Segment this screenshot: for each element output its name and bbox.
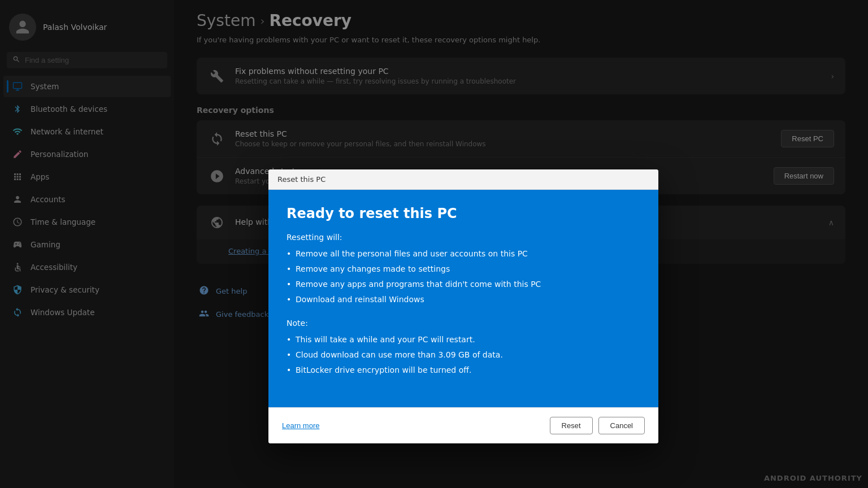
list-item: Download and reinstall Windows <box>287 292 640 307</box>
dialog-buttons: Reset Cancel <box>550 417 645 434</box>
dialog-main-title: Ready to reset this PC <box>287 206 640 221</box>
note-label: Note: <box>287 319 640 328</box>
list-item: This will take a while and your PC will … <box>287 332 640 347</box>
dialog-cancel-button[interactable]: Cancel <box>598 417 645 434</box>
list-item: Remove any changes made to settings <box>287 262 640 277</box>
reset-dialog: Reset this PC Ready to reset this PC Res… <box>268 169 658 443</box>
list-item: Remove any apps and programs that didn't… <box>287 277 640 292</box>
note-items-list: This will take a while and your PC will … <box>287 332 640 378</box>
resetting-items-list: Remove all the personal files and user a… <box>287 246 640 307</box>
dialog-body: Ready to reset this PC Resetting will: R… <box>268 190 658 407</box>
list-item: Remove all the personal files and user a… <box>287 246 640 262</box>
list-item: BitLocker drive encryption will be turne… <box>287 363 640 378</box>
resetting-will-label: Resetting will: <box>287 233 640 242</box>
learn-more-link[interactable]: Learn more <box>282 421 319 430</box>
list-item: Cloud download can use more than 3.09 GB… <box>287 347 640 363</box>
dialog-reset-button[interactable]: Reset <box>550 417 593 434</box>
dialog-footer: Learn more Reset Cancel <box>268 407 658 443</box>
dialog-titlebar: Reset this PC <box>268 169 658 190</box>
